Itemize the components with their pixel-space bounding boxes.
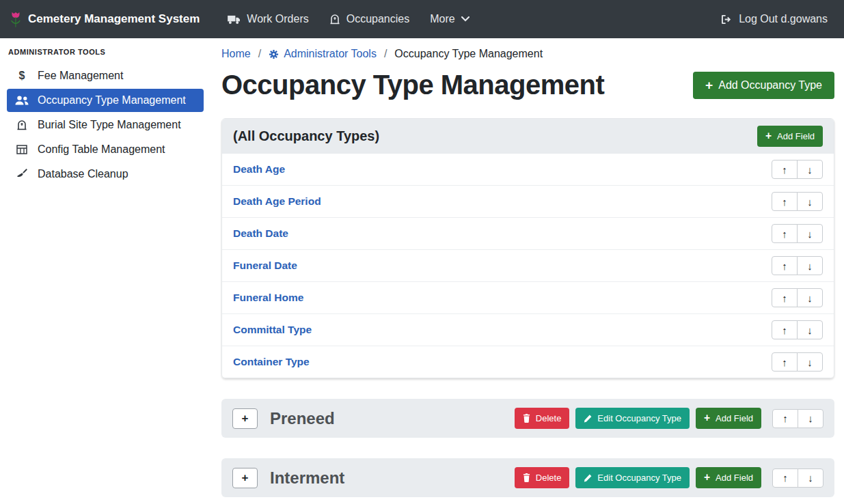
field-row: Container Type ↑ ↓ (222, 346, 834, 378)
expand-button[interactable]: + (232, 468, 258, 488)
logout-label: Log Out d.gowans (739, 13, 828, 25)
sidebar-item-label: Config Table Management (38, 143, 165, 156)
field-link[interactable]: Death Date (233, 227, 288, 240)
move-up-button[interactable]: ↑ (772, 224, 798, 243)
broom-icon (15, 169, 29, 180)
button-label: Add Field (777, 131, 815, 141)
move-up-button[interactable]: ↑ (772, 288, 798, 307)
flower-logo-icon (10, 11, 22, 27)
move-down-button[interactable]: ↓ (797, 352, 823, 372)
occupancy-type-section: + Interment Delete (221, 458, 834, 497)
sidebar-item-config-table-management[interactable]: Config Table Management (7, 138, 204, 161)
logout-button[interactable]: Log Out d.gowans (721, 13, 828, 25)
reorder-button-group: ↑ ↓ (772, 192, 823, 211)
page-title: Occupancy Type Management (221, 70, 604, 100)
move-up-button[interactable]: ↑ (772, 320, 798, 339)
sidebar-item-occupancy-type-management[interactable]: Occupancy Type Management (7, 89, 204, 112)
add-occupancy-type-button[interactable]: + Add Occupancy Type (693, 72, 834, 99)
title-row: Occupancy Type Management + Add Occupanc… (221, 70, 834, 100)
add-field-button[interactable]: + Add Field (696, 467, 761, 488)
field-link[interactable]: Funeral Home (233, 292, 303, 304)
all-occupancy-types-card: (All Occupancy Types) + Add Field Death … (221, 118, 834, 378)
edit-occupancy-type-button[interactable]: Edit Occupancy Type (575, 467, 690, 488)
card-header: (All Occupancy Types) + Add Field (222, 119, 834, 154)
field-link[interactable]: Death Age (233, 163, 285, 176)
table-icon (15, 145, 29, 154)
delete-button[interactable]: Delete (515, 467, 570, 488)
move-down-button[interactable]: ↓ (797, 320, 823, 339)
field-row: Death Date ↑ ↓ (222, 217, 834, 249)
reorder-button-group: ↑ ↓ (772, 352, 823, 372)
move-down-button[interactable]: ↓ (798, 468, 823, 488)
move-up-button[interactable]: ↑ (772, 160, 798, 179)
nav-work-orders[interactable]: Work Orders (217, 8, 318, 31)
occupancy-type-title: Preneed (270, 409, 335, 428)
section-actions: Delete Edit Occupancy Type + Add Field (515, 467, 823, 488)
occupancy-type-title: Interment (270, 468, 344, 488)
sidebar-item-fee-management[interactable]: $ Fee Management (7, 64, 204, 87)
app-title: Cemetery Management System (28, 12, 200, 26)
move-down-button[interactable]: ↓ (798, 409, 823, 428)
gear-icon (269, 49, 279, 59)
tombstone-icon (329, 14, 340, 25)
move-up-button[interactable]: ↑ (772, 468, 798, 488)
breadcrumb: Home / Administrator Tools / Occupancy T… (221, 48, 834, 60)
sidebar-item-label: Burial Site Type Management (38, 119, 181, 131)
plus-icon: + (765, 131, 772, 141)
top-navbar: Cemetery Management System Work Orders O… (0, 0, 844, 38)
plus-icon: + (704, 473, 710, 482)
reorder-button-group: ↑ ↓ (772, 160, 823, 179)
chevron-down-icon (461, 16, 469, 22)
breadcrumb-home-link[interactable]: Home (221, 48, 251, 60)
button-label: Edit Occupancy Type (597, 473, 681, 483)
trash-icon (523, 473, 530, 482)
tombstone-icon (15, 120, 29, 130)
sidebar-item-label: Occupancy Type Management (38, 94, 186, 107)
move-down-button[interactable]: ↓ (797, 224, 823, 243)
nav-item-label: Occupancies (346, 13, 410, 25)
reorder-button-group: ↑ ↓ (772, 288, 823, 307)
sidebar-item-label: Database Cleanup (38, 168, 128, 180)
button-label: Add Field (716, 413, 753, 423)
move-up-button[interactable]: ↑ (772, 409, 798, 428)
sidebar-item-database-cleanup[interactable]: Database Cleanup (7, 163, 204, 186)
edit-occupancy-type-button[interactable]: Edit Occupancy Type (575, 408, 690, 429)
sidebar-item-label: Fee Management (38, 70, 123, 82)
move-down-button[interactable]: ↓ (797, 288, 823, 307)
field-row: Funeral Date ↑ ↓ (222, 249, 834, 281)
field-row: Death Age ↑ ↓ (222, 154, 834, 185)
button-label: Delete (536, 413, 562, 423)
move-up-button[interactable]: ↑ (772, 352, 798, 372)
sidebar-item-burial-site-type-management[interactable]: Burial Site Type Management (7, 113, 204, 137)
plus-icon: + (242, 471, 249, 485)
button-label: Delete (536, 473, 562, 483)
add-field-button[interactable]: + Add Field (696, 408, 761, 429)
breadcrumb-separator: / (377, 48, 394, 60)
nav-occupancies[interactable]: Occupancies (319, 8, 420, 31)
pencil-icon (584, 474, 592, 482)
add-field-button[interactable]: + Add Field (757, 126, 823, 147)
field-list: Death Age ↑ ↓ Death Age Period ↑ ↓ (222, 154, 834, 378)
nav-more[interactable]: More (420, 8, 479, 31)
breadcrumb-administrator-tools-link[interactable]: Administrator Tools (269, 48, 377, 60)
field-link[interactable]: Committal Type (233, 324, 312, 336)
trash-icon (523, 414, 530, 423)
move-down-button[interactable]: ↓ (797, 256, 823, 275)
field-link[interactable]: Death Age Period (233, 195, 321, 208)
move-down-button[interactable]: ↓ (797, 160, 823, 179)
field-link[interactable]: Container Type (233, 356, 310, 368)
button-label: Edit Occupancy Type (597, 413, 681, 423)
dollar-icon: $ (15, 70, 29, 81)
delete-button[interactable]: Delete (515, 408, 570, 429)
move-up-button[interactable]: ↑ (772, 256, 798, 275)
sidebar: Administrator Tools $ Fee Management Occ… (0, 38, 210, 504)
button-label: Add Occupancy Type (718, 79, 822, 92)
field-link[interactable]: Funeral Date (233, 260, 297, 272)
move-down-button[interactable]: ↓ (797, 192, 823, 211)
app-brand[interactable]: Cemetery Management System (10, 11, 200, 27)
expand-button[interactable]: + (232, 408, 258, 429)
users-icon (15, 96, 29, 105)
breadcrumb-label: Home (221, 48, 251, 60)
truck-icon (228, 14, 241, 25)
move-up-button[interactable]: ↑ (772, 192, 798, 211)
